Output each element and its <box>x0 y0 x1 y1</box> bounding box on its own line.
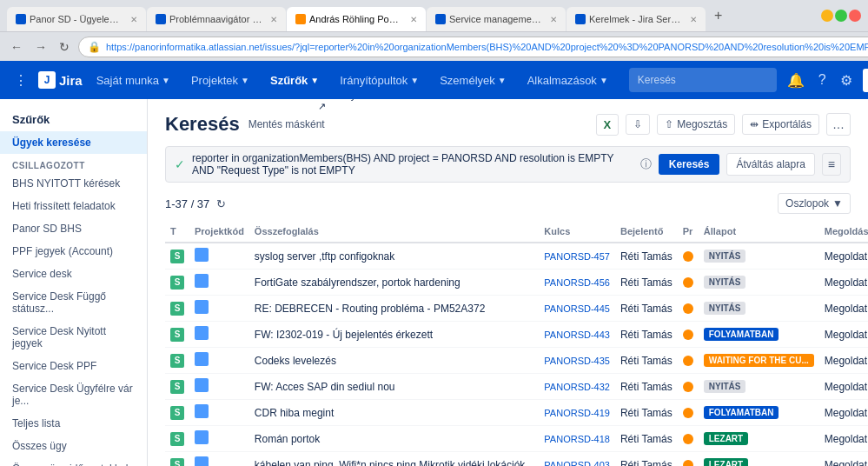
search-button[interactable]: Keresés <box>659 154 720 175</box>
sidebar-item-4[interactable]: Service desk <box>0 263 147 285</box>
cell-key[interactable]: PANORSD-432 <box>539 374 615 400</box>
cell-key[interactable]: PANORSD-435 <box>539 348 615 374</box>
cell-resolution: Megoldatlan <box>819 322 868 348</box>
issue-key[interactable]: PANORSD-443 <box>544 330 610 340</box>
sidebar-item-11[interactable]: Összes ügy időpontokkal <box>0 457 147 466</box>
query-menu-button[interactable]: ≡ <box>822 153 841 176</box>
nav-item-irányítópultok[interactable]: Irányítópultok ▼ <box>333 70 426 90</box>
save-as-button[interactable]: Mentés másként <box>248 118 325 130</box>
sidebar-item-2[interactable]: Panor SD BHS <box>0 217 147 240</box>
cell-summary[interactable]: FW: Acces SAP din sediul nou <box>249 374 539 400</box>
browser-tab-tab1[interactable]: Panor SD - Ügyelek - Ügyféls...✕ <box>7 7 146 31</box>
address-bar[interactable]: 🔒 https://panorinformatika.atlassian.net… <box>78 37 868 57</box>
browser-tab-tab4[interactable]: Service management portal clie...✕ <box>427 7 566 31</box>
share-icon: ⇧ <box>665 118 673 130</box>
sidebar-item-8[interactable]: Service Desk Ügyfélre vár je... <box>0 377 147 412</box>
browser-tab-tab2[interactable]: Problémnaavigátor - Jira - Panor✕ <box>147 7 286 31</box>
page-header: Keresés Mentés másként Save As only ↗ X … <box>165 113 851 136</box>
browser-tabs: Panor SD - Ügyelek - Ügyféls...✕Problémn… <box>7 0 706 31</box>
table-row: S RE: DEBRECEN - Routing probléma - PM52… <box>165 296 868 322</box>
priority-icon <box>683 382 693 392</box>
issue-key[interactable]: PANORSD-435 <box>544 356 610 366</box>
chevron-down-icon: ▼ <box>498 76 507 85</box>
minimize-button[interactable] <box>821 10 833 22</box>
cell-summary[interactable]: Codeks levelezés <box>249 348 539 374</box>
nav-item-alkalmazások[interactable]: Alkalmazások ▼ <box>520 70 615 90</box>
nav-item-projektek[interactable]: Projektek ▼ <box>184 70 256 90</box>
sidebar-item-5[interactable]: Service Desk Függő státusz... <box>0 285 147 320</box>
cell-key[interactable]: PANORSD-457 <box>539 243 615 270</box>
cell-summary[interactable]: RE: DEBRECEN - Routing probléma - PM52A3… <box>249 296 539 322</box>
notifications-button[interactable]: 🔔 <box>784 69 808 92</box>
col-key: Projektkód <box>189 221 249 243</box>
help-button[interactable]: ? <box>815 69 830 91</box>
browser-tab-tab3[interactable]: András Röhling Posta nézete -...✕ <box>287 7 426 31</box>
nav-item-szűrők[interactable]: Szűrők ▼ <box>263 70 326 90</box>
sidebar-item-1[interactable]: Heti frissített feladatok <box>0 195 147 217</box>
export-button[interactable]: ⇹ Exportálás <box>742 114 819 135</box>
cell-resolution: Megoldatlan <box>819 400 868 426</box>
cell-summary[interactable]: CDR hiba megint <box>249 400 539 426</box>
sidebar-item-9[interactable]: Teljes lista <box>0 412 147 435</box>
issue-key[interactable]: PANORSD-456 <box>544 277 610 288</box>
cell-key[interactable]: PANORSD-419 <box>539 400 615 426</box>
sidebar-item-0[interactable]: BHS NYITOTT kérések <box>0 172 147 195</box>
download-button[interactable]: ⇩ <box>626 114 650 135</box>
cell-reporter: Réti Tamás <box>615 426 678 452</box>
issue-key[interactable]: PANORSD-457 <box>544 251 610 262</box>
issue-key[interactable]: PANORSD-419 <box>544 408 610 418</box>
help-icon[interactable]: ⓘ <box>640 156 652 172</box>
table-row: S kábelen van ping, Wifi*n nincs ping Mi… <box>165 452 868 467</box>
cell-key[interactable]: PANORSD-403 <box>539 452 615 467</box>
columns-button[interactable]: Oszlopok ▼ <box>778 193 851 214</box>
app-switcher-button[interactable]: ⋮ <box>10 69 31 92</box>
forward-button[interactable]: → <box>31 38 50 56</box>
nav-item-személyek[interactable]: Személyek ▼ <box>433 70 513 90</box>
create-button[interactable]: Létrehozás <box>863 69 868 92</box>
issue-key[interactable]: PANORSD-403 <box>544 460 610 467</box>
table-header: T Projektkód Összefoglalás Kulcs Bejelen… <box>165 221 868 243</box>
cell-summary[interactable]: syslog server ,tftp configoknak <box>249 243 539 270</box>
browser-tab-tab5[interactable]: Kerelmek - Jira Service Manager...✕ <box>567 7 706 31</box>
sidebar-item-7[interactable]: Service Desk PPF <box>0 355 147 377</box>
cell-type: S <box>165 374 189 400</box>
issue-key[interactable]: PANORSD-445 <box>544 303 610 314</box>
cell-key[interactable]: PANORSD-456 <box>539 270 615 296</box>
cell-reporter: Réti Tamás <box>615 348 678 374</box>
refresh-icon[interactable]: ↻ <box>216 197 226 210</box>
maximize-button[interactable] <box>835 10 847 22</box>
sidebar-item-3[interactable]: PPF jegyek (Account) <box>0 240 147 263</box>
col-reporter: Bejelentő <box>615 221 678 243</box>
cell-key[interactable]: PANORSD-443 <box>539 322 615 348</box>
table-body: S syslog server ,tftp configoknak PANORS… <box>165 243 868 466</box>
summary-text: Román portok <box>255 433 320 445</box>
sidebar-item-ügyek-keresése[interactable]: Ügyek keresése <box>0 131 147 154</box>
nav-item-saját-munka[interactable]: Saját munka ▼ <box>89 70 177 90</box>
close-button[interactable] <box>849 10 861 22</box>
new-tab-button[interactable]: + <box>709 8 727 23</box>
sidebar-item-10[interactable]: Összes ügy <box>0 435 147 457</box>
cell-summary[interactable]: kábelen van ping, Wifi*n nincs ping Mikr… <box>249 452 539 467</box>
cell-type: S <box>165 348 189 374</box>
cell-priority <box>678 348 699 374</box>
issue-key[interactable]: PANORSD-418 <box>544 434 610 444</box>
jira-logo[interactable]: J Jira <box>38 71 83 89</box>
issue-key[interactable]: PANORSD-432 <box>544 382 610 392</box>
basic-mode-button[interactable]: Átváltás alapra <box>726 153 814 176</box>
search-input[interactable] <box>629 68 777 92</box>
status-badge: NYITÁS <box>704 276 746 289</box>
share-button[interactable]: ⇧ Megosztás <box>657 114 735 135</box>
excel-export-button[interactable]: X <box>596 114 620 136</box>
sidebar-item-6[interactable]: Service Desk Nyitott jegyek <box>0 320 147 355</box>
status-badge: WAITING FOR THE CU... <box>704 354 814 367</box>
nav-label: Személyek <box>440 74 495 87</box>
more-options-button[interactable]: … <box>826 113 851 136</box>
cell-summary[interactable]: FW: I2302-019 - Új bejelentés érkezett <box>249 322 539 348</box>
back-button[interactable]: ← <box>7 38 26 56</box>
cell-key[interactable]: PANORSD-418 <box>539 426 615 452</box>
cell-key[interactable]: PANORSD-445 <box>539 296 615 322</box>
reload-button[interactable]: ↻ <box>56 38 73 56</box>
cell-summary[interactable]: Román portok <box>249 426 539 452</box>
settings-button[interactable]: ⚙ <box>837 69 856 92</box>
cell-summary[interactable]: FortiGate szabályrendszer, portok harden… <box>249 270 539 296</box>
